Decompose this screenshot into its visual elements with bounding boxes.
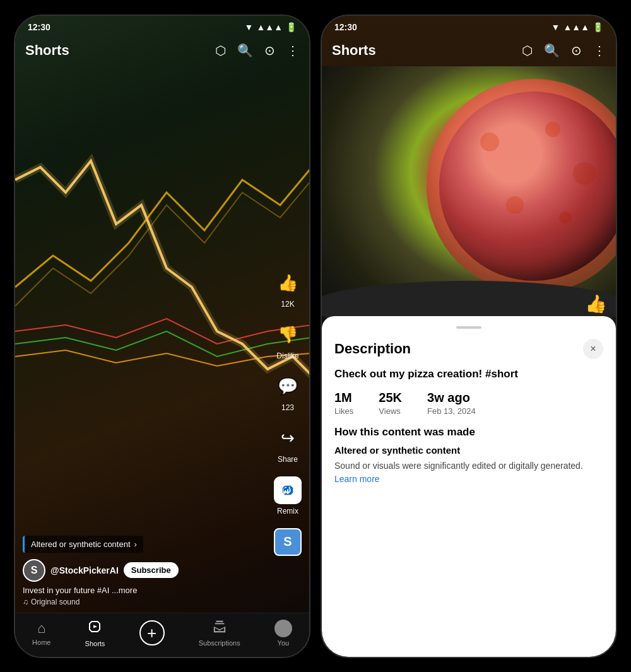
pizza-image <box>427 79 616 293</box>
signal-icon: ▲▲▲ <box>256 22 283 32</box>
content-type-label: Altered or synthetic content <box>334 445 603 456</box>
svg-point-3 <box>573 162 596 185</box>
nav-home[interactable]: ⌂ Home <box>32 620 50 646</box>
like-button[interactable]: 👍 12K <box>274 269 302 309</box>
svg-point-2 <box>545 122 560 137</box>
description-panel: Description × Check out my pizza creatio… <box>322 316 616 657</box>
nav-subscriptions[interactable]: Subscriptions <box>199 620 240 647</box>
subscribe-button[interactable]: Subscribe <box>124 562 179 578</box>
battery-icon: 🔋 <box>286 22 297 32</box>
nav-shorts[interactable]: Shorts <box>85 619 105 647</box>
wifi-icon: ▼ <box>245 22 254 32</box>
right-phone: 12:30 ▼ ▲▲▲ 🔋 Shorts ⬡ 🔍 ⊙ ⋮ 👍 Descripti… <box>321 15 617 658</box>
right-top-bar-actions: ⬡ 🔍 ⊙ ⋮ <box>522 43 606 58</box>
status-time: 12:30 <box>28 22 50 32</box>
sound-info: ♫ Original sound <box>23 598 265 606</box>
right-like-button[interactable]: 👍 <box>585 293 607 314</box>
learn-more-link[interactable]: Learn more <box>334 474 380 484</box>
svg-point-0 <box>433 85 616 287</box>
status-bar: 12:30 ▼ ▲▲▲ 🔋 <box>15 16 309 35</box>
svg-point-5 <box>559 211 572 224</box>
right-status-icons: ▼ ▲▲▲ 🔋 <box>551 22 603 32</box>
like-icon: 👍 <box>274 269 302 297</box>
right-wifi-icon: ▼ <box>551 22 560 32</box>
top-bar-actions: ⬡ 🔍 ⊙ ⋮ <box>215 43 299 58</box>
more-options-icon[interactable]: ⋮ <box>286 43 299 58</box>
panel-title: Description <box>334 341 411 357</box>
right-more-options-icon[interactable]: ⋮ <box>593 43 606 58</box>
svg-point-4 <box>506 196 524 214</box>
stock-chart <box>15 66 309 432</box>
channel-name[interactable]: @StockPickerAI <box>50 565 119 575</box>
video-description[interactable]: Invest in your future #AI ...more <box>23 586 265 595</box>
panel-video-title: Check out my pizza creation! #short <box>334 368 603 380</box>
shorts-icon <box>87 619 102 638</box>
add-icon: + <box>139 620 165 645</box>
channel-avatar: S <box>23 559 45 582</box>
comments-button[interactable]: 💬 123 <box>274 373 302 412</box>
nav-you[interactable]: You <box>274 620 292 647</box>
panel-header: Description × <box>334 339 603 359</box>
likes-label: Likes <box>334 406 353 416</box>
left-phone: 12:30 ▼ ▲▲▲ 🔋 Shorts ⬡ 🔍 ⊙ ⋮ 👍 12K 👎 Dis… <box>14 15 310 658</box>
right-status-bar: 12:30 ▼ ▲▲▲ 🔋 <box>322 16 616 35</box>
views-label: Views <box>379 406 402 416</box>
likes-stat: 1M Likes <box>334 391 353 416</box>
pizza-visual <box>322 66 616 331</box>
channel-thumbnail[interactable]: S <box>274 528 302 556</box>
close-button[interactable]: × <box>583 339 603 359</box>
action-buttons: 👍 12K 👎 Dislike 💬 123 ↪ Share Remix S <box>274 269 302 556</box>
top-bar: Shorts ⬡ 🔍 ⊙ ⋮ <box>15 38 309 62</box>
views-stat: 25K Views <box>379 391 402 416</box>
dislike-icon: 👎 <box>274 321 302 349</box>
views-value: 25K <box>379 391 402 405</box>
camera-icon[interactable]: ⊙ <box>264 43 275 58</box>
right-camera-icon[interactable]: ⊙ <box>571 43 582 58</box>
right-status-time: 12:30 <box>334 22 357 32</box>
share-icon: ↪ <box>274 425 302 452</box>
likes-value: 1M <box>334 391 353 405</box>
close-icon: × <box>590 343 596 355</box>
drag-handle <box>456 326 481 329</box>
user-avatar <box>274 620 292 637</box>
bottom-nav: ⌂ Home Shorts + Subscriptions You <box>15 613 309 657</box>
channel-row: S @StockPickerAI Subscribe <box>23 559 265 582</box>
made-section-title: How this content was made <box>334 426 603 439</box>
content-label[interactable]: Altered or synthetic content › <box>23 536 143 553</box>
remix-button[interactable]: Remix <box>274 476 302 516</box>
right-cast-icon[interactable]: ⬡ <box>522 43 533 58</box>
page-title: Shorts <box>25 42 69 59</box>
right-battery-icon: 🔋 <box>593 22 603 32</box>
right-signal-icon: ▲▲▲ <box>563 22 589 32</box>
dislike-button[interactable]: 👎 Dislike <box>274 321 302 360</box>
search-icon[interactable]: 🔍 <box>237 43 253 58</box>
svg-point-1 <box>480 133 499 151</box>
right-page-title: Shorts <box>332 42 376 59</box>
content-description: Sound or visuals were significantly edit… <box>334 459 603 486</box>
publish-date: Feb 13, 2024 <box>427 406 476 416</box>
chevron-right-icon: › <box>134 539 137 549</box>
subscriptions-icon <box>213 620 227 637</box>
right-top-bar: Shorts ⬡ 🔍 ⊙ ⋮ <box>322 38 616 62</box>
share-button[interactable]: ↪ Share <box>274 425 302 464</box>
comments-icon: 💬 <box>274 373 302 401</box>
music-note-icon: ♫ <box>23 598 28 606</box>
stats-row: 1M Likes 25K Views 3w ago Feb 13, 2024 <box>334 391 603 416</box>
time-stat: 3w ago Feb 13, 2024 <box>427 391 476 416</box>
right-search-icon[interactable]: 🔍 <box>544 43 560 58</box>
bottom-info: Altered or synthetic content › S @StockP… <box>23 536 265 606</box>
status-icons: ▼ ▲▲▲ 🔋 <box>245 22 297 32</box>
cast-icon[interactable]: ⬡ <box>215 43 226 58</box>
remix-icon <box>274 476 302 504</box>
time-ago-value: 3w ago <box>427 391 476 405</box>
home-icon: ⌂ <box>37 620 45 637</box>
nav-add[interactable]: + <box>139 620 165 645</box>
